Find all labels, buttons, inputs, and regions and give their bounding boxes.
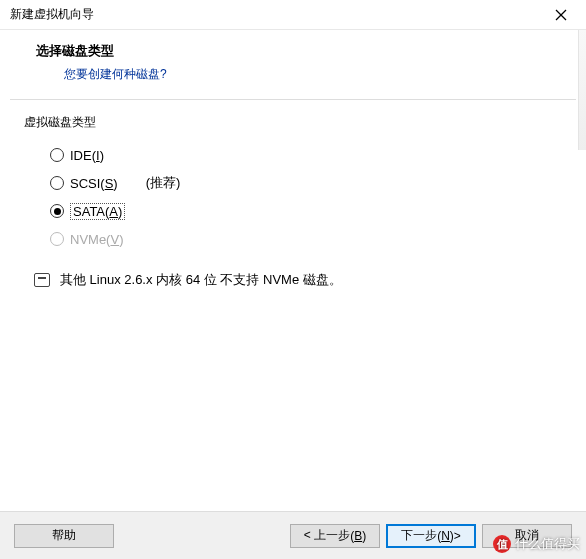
- info-text: 其他 Linux 2.6.x 内核 64 位 不支持 NVMe 磁盘。: [60, 271, 342, 289]
- info-message: 其他 Linux 2.6.x 内核 64 位 不支持 NVMe 磁盘。: [34, 271, 562, 289]
- radio-option-nvme: NVMe(V): [50, 225, 562, 253]
- radio-icon: [50, 204, 64, 218]
- radio-option-sata[interactable]: SATA(A): [50, 197, 562, 225]
- button-bar: 帮助 < 上一步(B) 下一步(N) > 取消: [0, 511, 586, 559]
- radio-option-scsi[interactable]: SCSI(S)(推荐): [50, 169, 562, 197]
- radio-icon: [50, 176, 64, 190]
- close-button[interactable]: [540, 1, 582, 29]
- group-label: 虚拟磁盘类型: [24, 114, 562, 131]
- help-button[interactable]: 帮助: [14, 524, 114, 548]
- titlebar: 新建虚拟机向导: [0, 0, 586, 30]
- page-title: 选择磁盘类型: [36, 42, 566, 60]
- next-button[interactable]: 下一步(N) >: [386, 524, 476, 548]
- wizard-header: 选择磁盘类型 您要创建何种磁盘?: [0, 30, 586, 99]
- info-icon: [34, 273, 50, 287]
- recommend-label: (推荐): [146, 174, 181, 192]
- radio-label: SATA(A): [70, 203, 125, 220]
- close-icon: [555, 9, 567, 21]
- right-edge-decor: [578, 30, 586, 150]
- cancel-button[interactable]: 取消: [482, 524, 572, 548]
- back-button[interactable]: < 上一步(B): [290, 524, 380, 548]
- radio-icon: [50, 232, 64, 246]
- radio-icon: [50, 148, 64, 162]
- disk-type-radio-group: IDE(I)SCSI(S)(推荐)SATA(A)NVMe(V): [50, 141, 562, 253]
- window-title: 新建虚拟机向导: [10, 6, 94, 23]
- radio-label: IDE(I): [70, 148, 104, 163]
- page-subtitle: 您要创建何种磁盘?: [64, 66, 566, 83]
- radio-label: NVMe(V): [70, 232, 123, 247]
- content-area: 虚拟磁盘类型 IDE(I)SCSI(S)(推荐)SATA(A)NVMe(V) 其…: [0, 100, 586, 299]
- radio-label: SCSI(S): [70, 176, 118, 191]
- radio-option-ide[interactable]: IDE(I): [50, 141, 562, 169]
